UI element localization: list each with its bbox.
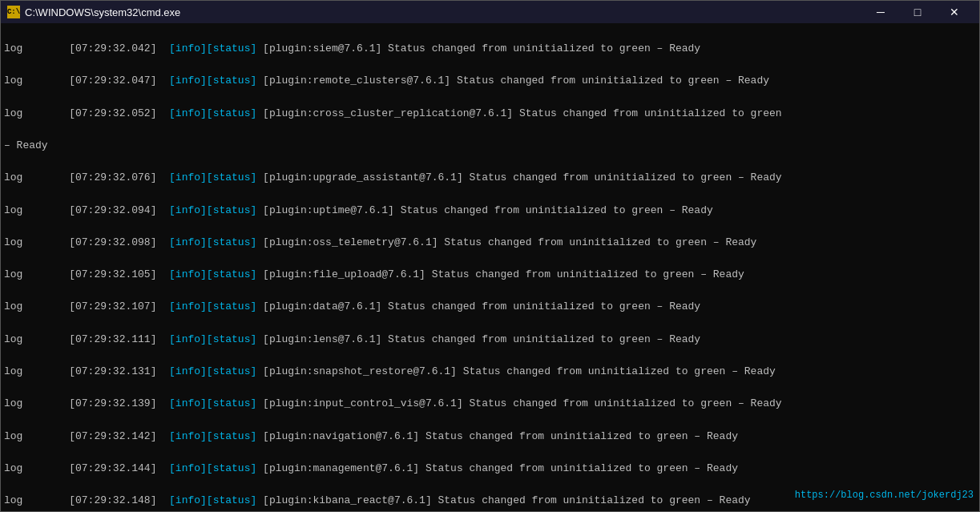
log-line: log [07:29:32.105] [info][status] [plugi… bbox=[4, 267, 976, 283]
log-line: log [07:29:32.052] [info][status] [plugi… bbox=[4, 106, 976, 122]
close-button[interactable]: ✕ bbox=[936, 1, 973, 23]
log-line: log [07:29:32.107] [info][status] [plugi… bbox=[4, 299, 976, 315]
minimize-button[interactable]: ─ bbox=[862, 1, 899, 23]
console-text: log [07:29:32.042] [info][status] [plugi… bbox=[4, 25, 976, 511]
log-line: log [07:29:32.094] [info][status] [plugi… bbox=[4, 203, 976, 219]
watermark: https://blog.csdn.net/jokerdj23 bbox=[795, 490, 974, 501]
titlebar: C:\ C:\WINDOWS\system32\cmd.exe ─ □ ✕ bbox=[1, 1, 979, 23]
cmd-window: C:\ C:\WINDOWS\system32\cmd.exe ─ □ ✕ lo… bbox=[0, 0, 980, 512]
window-title: C:\WINDOWS\system32\cmd.exe bbox=[25, 6, 180, 18]
console-output: log [07:29:32.042] [info][status] [plugi… bbox=[1, 23, 979, 511]
log-line: log [07:29:32.098] [info][status] [plugi… bbox=[4, 235, 976, 251]
titlebar-controls: ─ □ ✕ bbox=[862, 1, 973, 23]
log-line: – Ready bbox=[4, 138, 976, 154]
log-line: log [07:29:32.144] [info][status] [plugi… bbox=[4, 461, 976, 477]
log-line: log [07:29:32.076] [info][status] [plugi… bbox=[4, 170, 976, 186]
log-line: log [07:29:32.047] [info][status] [plugi… bbox=[4, 73, 976, 89]
log-line: log [07:29:32.111] [info][status] [plugi… bbox=[4, 332, 976, 348]
cmd-icon: C:\ bbox=[7, 6, 20, 18]
log-line: log [07:29:32.139] [info][status] [plugi… bbox=[4, 396, 976, 412]
maximize-button[interactable]: □ bbox=[899, 1, 936, 23]
log-line: log [07:29:32.142] [info][status] [plugi… bbox=[4, 429, 976, 445]
log-line: log [07:29:32.131] [info][status] [plugi… bbox=[4, 364, 976, 380]
titlebar-left: C:\ C:\WINDOWS\system32\cmd.exe bbox=[7, 6, 180, 18]
log-line: log [07:29:32.042] [info][status] [plugi… bbox=[4, 41, 976, 57]
